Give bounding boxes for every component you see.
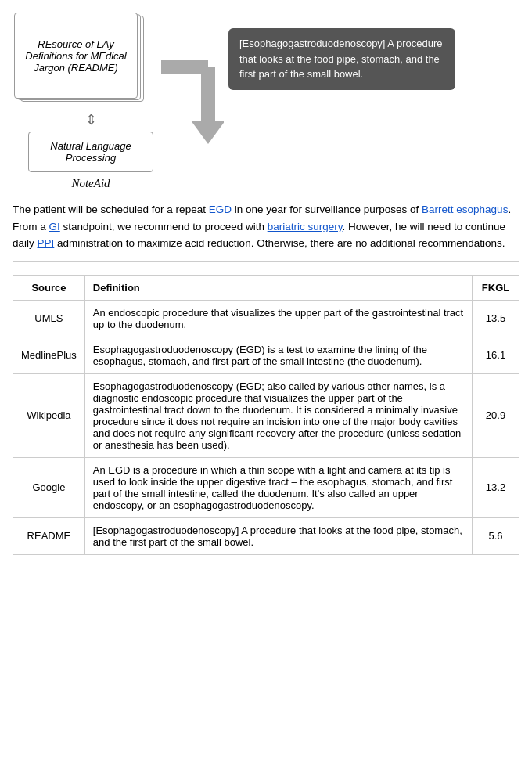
- barrett-link[interactable]: Barrett esophagus: [422, 204, 508, 215]
- cell-fkgl: 16.1: [473, 337, 519, 373]
- ppi-link[interactable]: PPI: [38, 237, 55, 249]
- table-header-row: Source Definition FKGL: [13, 275, 519, 300]
- double-arrow-icon: ⇕: [13, 111, 169, 128]
- cell-source: Google: [13, 457, 85, 517]
- text-after-ppi: administration to maximize acid reductio…: [54, 237, 505, 249]
- diagram-section: REsource of LAy Definitions for MEdical …: [13, 13, 519, 190]
- noteaid-label: NoteAid: [13, 177, 169, 190]
- flow-arrow-svg: [161, 28, 224, 146]
- text-paragraph: The patient will be scheduled for a repe…: [13, 201, 519, 262]
- tooltip-box: [Esophagogastroduodenoscopy] A procedure…: [228, 28, 455, 90]
- gi-link[interactable]: GI: [49, 221, 60, 232]
- cell-source: MedlinePlus: [13, 337, 85, 373]
- text-after-egd: in one year for surveillance purposes of: [232, 204, 422, 215]
- cell-fkgl: 20.9: [473, 373, 519, 457]
- cell-definition: An endoscopic procedure that visualizes …: [84, 300, 472, 337]
- header-definition: Definition: [84, 275, 472, 300]
- cell-definition: Esophagogastroduodenoscopy (EGD; also ca…: [84, 373, 472, 457]
- cell-source: UMLS: [13, 300, 85, 337]
- cell-source: README: [13, 517, 85, 554]
- cell-definition: Esophagogastroduodenoscopy (EGD) is a te…: [84, 337, 472, 373]
- cell-fkgl: 5.6: [473, 517, 519, 554]
- header-source: Source: [13, 275, 85, 300]
- table-row: WikipediaEsophagogastroduodenoscopy (EGD…: [13, 373, 519, 457]
- flow-arrow-section: [161, 13, 224, 146]
- text-before-egd: The patient will be scheduled for a repe…: [13, 204, 209, 215]
- cell-definition: [Esophagogastroduodenoscopy] A procedure…: [84, 517, 472, 554]
- svg-marker-2: [191, 121, 224, 144]
- text-after-gi: standpoint, we recommend to proceed with: [60, 221, 268, 232]
- definitions-table: Source Definition FKGL UMLSAn endoscopic…: [13, 275, 519, 555]
- cell-definition: An EGD is a procedure in which a thin sc…: [84, 457, 472, 517]
- cell-fkgl: 13.5: [473, 300, 519, 337]
- cell-source: Wikipedia: [13, 373, 85, 457]
- cell-fkgl: 13.2: [473, 457, 519, 517]
- readme-label: REsource of LAy Definitions for MEdical …: [23, 38, 129, 74]
- header-fkgl: FKGL: [473, 275, 519, 300]
- noteaid-container: REsource of LAy Definitions for MEdical …: [13, 13, 169, 190]
- egd-link[interactable]: EGD: [209, 204, 232, 215]
- bariatric-link[interactable]: bariatric surgery: [268, 221, 343, 232]
- table-row: GoogleAn EGD is a procedure in which a t…: [13, 457, 519, 517]
- tooltip-text: [Esophagogastroduodenoscopy] A procedure…: [239, 38, 442, 80]
- table-row: README[Esophagogastroduodenoscopy] A pro…: [13, 517, 519, 554]
- readme-box: REsource of LAy Definitions for MEdical …: [14, 13, 138, 99]
- table-row: MedlinePlusEsophagogastroduodenoscopy (E…: [13, 337, 519, 373]
- nlp-label: Natural Language Processing: [50, 140, 131, 164]
- table-row: UMLSAn endoscopic procedure that visuali…: [13, 300, 519, 337]
- nlp-box: Natural Language Processing: [28, 132, 153, 172]
- readme-stack: REsource of LAy Definitions for MEdical …: [13, 13, 169, 105]
